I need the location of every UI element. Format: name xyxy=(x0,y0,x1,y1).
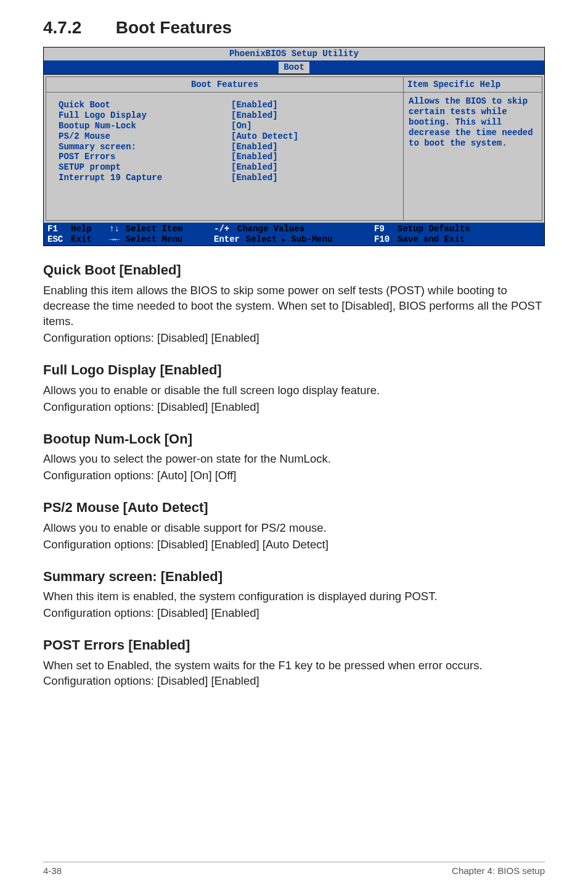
bios-screenshot: PhoenixBIOS Setup Utility Boot Boot Feat… xyxy=(43,47,545,247)
bios-tab-bar: Boot xyxy=(44,62,544,74)
bios-setting-value[interactable]: [Enabled] xyxy=(231,162,278,173)
bios-setting-label: Bootup Num-Lock xyxy=(59,121,231,131)
section-number: 4.7.2 xyxy=(43,16,111,39)
legend-desc: Help xyxy=(71,224,92,234)
bios-setting-row[interactable]: POST Errors [Enabled] xyxy=(59,152,391,162)
bios-setting-label: Summary screen: xyxy=(59,142,231,152)
bios-setting-value[interactable]: [Enabled] xyxy=(231,152,278,162)
bios-setting-row[interactable]: Full Logo Display [Enabled] xyxy=(59,110,391,121)
body-paragraph: Configuration options: [Disabled] [Enabl… xyxy=(43,537,545,553)
bios-panel-header: Boot Features xyxy=(46,77,403,93)
legend-key: F1 xyxy=(47,224,65,234)
legend-desc: Setup Defaults xyxy=(398,224,470,234)
subsection-heading: Quick Boot [Enabled] xyxy=(43,261,545,279)
bios-settings-panel: Boot Features Quick Boot [Enabled] Full … xyxy=(46,77,403,220)
subsection-heading: Bootup Num-Lock [On] xyxy=(43,430,545,448)
legend-desc: Save and Exit xyxy=(398,234,465,245)
bios-setting-label: Quick Boot xyxy=(59,100,231,110)
bios-help-text: Allows the BIOS to skip certain tests wh… xyxy=(404,93,542,152)
section-title: Boot Features xyxy=(116,18,232,37)
bios-setting-label: Full Logo Display xyxy=(59,110,231,121)
arrow-up-down-icon: ↑↓ xyxy=(109,224,120,234)
arrow-left-right-icon: →← xyxy=(109,234,120,245)
bios-setting-value[interactable]: [On] xyxy=(231,121,252,131)
legend-desc: Exit xyxy=(71,234,92,245)
bios-setting-value[interactable]: [Enabled] xyxy=(231,100,278,110)
body-paragraph: Configuration options: [Disabled] [Enabl… xyxy=(43,606,545,621)
body-paragraph: When this item is enabled, the system co… xyxy=(43,589,545,604)
body-paragraph: Allows you to select the power-on state … xyxy=(43,452,545,467)
subsection-heading: PS/2 Mouse [Auto Detect] xyxy=(43,498,545,517)
bios-setting-label: PS/2 Mouse xyxy=(59,131,231,142)
subsection-heading: POST Errors [Enabled] xyxy=(43,636,545,654)
bios-setting-row[interactable]: Quick Boot [Enabled] xyxy=(59,100,391,110)
body-paragraph: Configuration options: [Auto] [On] [Off] xyxy=(43,468,545,484)
body-paragraph: Configuration options: [Disabled] [Enabl… xyxy=(43,331,545,346)
bios-title: PhoenixBIOS Setup Utility xyxy=(44,47,544,62)
bios-help-panel: Item Specific Help Allows the BIOS to sk… xyxy=(403,77,542,220)
bios-setting-row[interactable]: PS/2 Mouse [Auto Detect] xyxy=(59,131,391,142)
legend-key: F10 xyxy=(374,234,391,245)
legend-desc: Change Values xyxy=(237,224,304,234)
body-paragraph: Allows you to enable or disable support … xyxy=(43,521,545,536)
bios-setting-value[interactable]: [Enabled] xyxy=(231,173,278,183)
subsection-heading: Summary screen: [Enabled] xyxy=(43,567,545,586)
bios-setting-label: SETUP prompt xyxy=(59,162,231,173)
page-footer: 4-38 Chapter 4: BIOS setup xyxy=(43,862,545,877)
body-paragraph: Enabling this item allows the BIOS to sk… xyxy=(43,283,545,329)
bios-setting-value[interactable]: [Enabled] xyxy=(231,142,278,152)
bios-setting-value[interactable]: [Auto Detect] xyxy=(231,131,298,142)
legend-key: ESC xyxy=(47,234,65,245)
page-number: 4-38 xyxy=(43,865,62,877)
body-paragraph: Allows you to enable or disable the full… xyxy=(43,383,545,398)
bios-setting-label: POST Errors xyxy=(59,152,231,162)
body-paragraph: When set to Enabled, the system waits fo… xyxy=(43,658,545,689)
legend-key: F9 xyxy=(374,224,391,234)
bios-key-legend: F1Help ↑↓Select Item -/+Change Values F9… xyxy=(44,223,544,246)
chapter-label: Chapter 4: BIOS setup xyxy=(452,865,545,877)
bios-setting-value[interactable]: [Enabled] xyxy=(231,110,278,121)
triangle-right-icon: ▶ xyxy=(282,237,286,244)
legend-key: Enter xyxy=(214,234,240,245)
bios-setting-label: Interrupt 19 Capture xyxy=(59,173,231,183)
legend-desc: Select Menu xyxy=(126,234,182,245)
legend-desc: Select Item xyxy=(126,224,182,234)
body-paragraph: Configuration options: [Disabled] [Enabl… xyxy=(43,400,545,415)
bios-active-tab[interactable]: Boot xyxy=(279,62,309,73)
bios-setting-row[interactable]: Summary screen: [Enabled] xyxy=(59,142,391,152)
legend-key: -/+ xyxy=(214,224,231,234)
bios-help-header: Item Specific Help xyxy=(404,77,542,93)
bios-setting-row[interactable]: Bootup Num-Lock [On] xyxy=(59,121,391,131)
bios-setting-row[interactable]: SETUP prompt [Enabled] xyxy=(59,162,391,173)
section-heading: 4.7.2 Boot Features xyxy=(43,16,545,39)
bios-setting-row[interactable]: Interrupt 19 Capture [Enabled] xyxy=(59,173,391,183)
legend-desc: Select ▶ Sub-Menu xyxy=(246,234,332,245)
subsection-heading: Full Logo Display [Enabled] xyxy=(43,361,545,379)
